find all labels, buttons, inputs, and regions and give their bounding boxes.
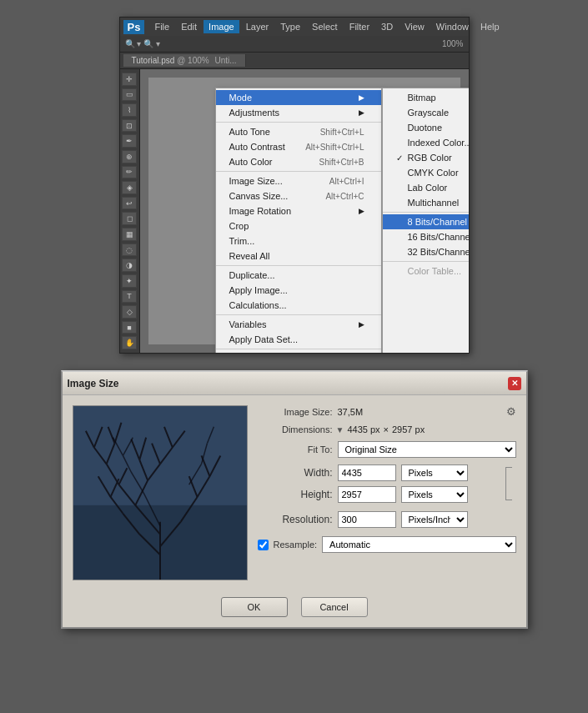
separator-2 bbox=[216, 171, 381, 172]
menu-item-calculations[interactable]: Calculations... bbox=[216, 298, 381, 313]
tool-type[interactable]: T bbox=[122, 290, 137, 304]
submenu-grayscale[interactable]: Grayscale bbox=[383, 105, 469, 120]
image-size-dialog: Image Size ✕ bbox=[61, 370, 528, 629]
menubar: Ps File Edit Image Layer Type Select Fil… bbox=[120, 18, 469, 36]
cancel-button[interactable]: Cancel bbox=[301, 597, 368, 617]
width-row: Width: Pixels bbox=[258, 464, 501, 481]
submenu-duotone[interactable]: Duotone bbox=[383, 120, 469, 135]
tool-move[interactable]: ✛ bbox=[122, 73, 137, 86]
tool-eyedrop[interactable]: ✒ bbox=[122, 134, 137, 148]
menu-item-crop[interactable]: Crop bbox=[216, 218, 381, 233]
dialog-titlebar: Image Size ✕ bbox=[63, 372, 526, 395]
menu-item-applydataset[interactable]: Apply Data Set... bbox=[216, 332, 381, 347]
separator-4 bbox=[216, 314, 381, 315]
image-size-row: Image Size: 37,5M ⚙ bbox=[258, 405, 516, 418]
menu-window[interactable]: Window bbox=[431, 20, 474, 33]
resample-checkbox[interactable] bbox=[258, 540, 269, 550]
submenu-multichannel[interactable]: Multichannel bbox=[383, 195, 469, 210]
height-unit-select[interactable]: Pixels bbox=[401, 486, 468, 503]
menu-view[interactable]: View bbox=[400, 20, 430, 33]
menu-select[interactable]: Select bbox=[307, 20, 343, 33]
resolution-input[interactable] bbox=[338, 511, 396, 528]
dialog-close-button[interactable]: ✕ bbox=[508, 377, 521, 390]
tool-history[interactable]: ↩ bbox=[122, 197, 137, 210]
submenu-8bit[interactable]: 8 Bits/Channel bbox=[383, 214, 469, 229]
link-bracket bbox=[501, 465, 516, 502]
tool-healing[interactable]: ⊕ bbox=[122, 150, 137, 163]
menu-layer[interactable]: Layer bbox=[241, 20, 274, 33]
dialog-content: Image Size: 37,5M ⚙ Dimensions: ▼ 4435 p… bbox=[63, 395, 526, 590]
tool-hand[interactable]: ✋ bbox=[122, 336, 137, 349]
menu-help[interactable]: Help bbox=[475, 20, 505, 33]
submenu-rgb[interactable]: ✓ RGB Color bbox=[383, 150, 469, 165]
width-unit-select[interactable]: Pixels bbox=[401, 464, 468, 481]
separator-1 bbox=[216, 122, 381, 123]
menu-edit[interactable]: Edit bbox=[176, 20, 202, 33]
dimensions-row: Dimensions: ▼ 4435 px × 2957 px bbox=[258, 424, 516, 434]
dimensions-expand-icon[interactable]: ▼ bbox=[336, 425, 344, 434]
menu-item-applyimage[interactable]: Apply Image... bbox=[216, 283, 381, 298]
resolution-unit-select[interactable]: Pixels/Inch bbox=[401, 511, 468, 528]
tool-pen[interactable]: ✦ bbox=[122, 274, 137, 288]
ps-main: ✛ ▭ ⌇ ⊡ ✒ ⊕ ✏ ◈ ↩ ◻ ▦ ◌ ◑ ✦ T ◇ ■ ✋ bbox=[120, 69, 469, 353]
tool-brush[interactable]: ✏ bbox=[122, 166, 137, 179]
menu-item-revealall[interactable]: Reveal All bbox=[216, 249, 381, 264]
tool-stamp[interactable]: ◈ bbox=[122, 181, 137, 194]
tool-eraser[interactable]: ◻ bbox=[122, 212, 137, 225]
fit-to-select[interactable]: Original Size bbox=[338, 441, 516, 458]
tool-path[interactable]: ◇ bbox=[122, 305, 137, 319]
dimensions-width: 4435 px bbox=[347, 424, 379, 434]
menu-item-imagesize[interactable]: Image Size... Alt+Ctrl+I bbox=[216, 173, 381, 188]
width-label: Width: bbox=[258, 467, 333, 479]
separator-3 bbox=[216, 265, 381, 266]
image-size-label: Image Size: bbox=[258, 407, 333, 417]
submenu-16bit[interactable]: 16 Bits/Channel bbox=[383, 229, 469, 244]
tool-shape[interactable]: ■ bbox=[122, 321, 137, 334]
menu-item-imagerotation[interactable]: Image Rotation ▶ bbox=[216, 203, 381, 218]
menu-item-duplicate[interactable]: Duplicate... bbox=[216, 268, 381, 283]
image-menu-popup[interactable]: Mode ▶ Adjustments ▶ Auto Tone Shift+Ctr… bbox=[215, 88, 382, 353]
menu-3d[interactable]: 3D bbox=[376, 20, 398, 33]
menu-item-trap[interactable]: Trap... bbox=[216, 351, 381, 353]
dimensions-height: 2957 px bbox=[392, 424, 425, 434]
menu-item-autocolor[interactable]: Auto Color Shift+Ctrl+B bbox=[216, 154, 381, 169]
ps-logo: Ps bbox=[123, 20, 145, 34]
menu-item-mode[interactable]: Mode ▶ bbox=[216, 90, 381, 105]
tool-blur[interactable]: ◌ bbox=[122, 244, 137, 257]
variables-arrow-icon: ▶ bbox=[359, 320, 364, 329]
toolbar-row: 🔍 ▾ 🔍 ▾ 100% bbox=[120, 36, 469, 53]
submenu-cmyk[interactable]: CMYK Color bbox=[383, 165, 469, 180]
menu-item-adjustments[interactable]: Adjustments ▶ bbox=[216, 105, 381, 120]
tool-select-rect[interactable]: ▭ bbox=[122, 88, 137, 102]
dimensions-label: Dimensions: bbox=[258, 424, 333, 434]
menu-item-trim[interactable]: Trim... bbox=[216, 233, 381, 249]
link-bracket-shape bbox=[505, 467, 512, 500]
menu-file[interactable]: File bbox=[149, 20, 174, 33]
tool-lasso[interactable]: ⌇ bbox=[122, 103, 137, 117]
tabbar: Tutorial.psd @ 100% Unti... bbox=[120, 53, 469, 69]
submenu-indexed[interactable]: Indexed Color... bbox=[383, 135, 469, 150]
menu-filter[interactable]: Filter bbox=[344, 20, 374, 33]
tool-crop[interactable]: ⊡ bbox=[122, 119, 137, 133]
menu-item-autotone[interactable]: Auto Tone Shift+Ctrl+L bbox=[216, 124, 381, 139]
tool-dodge[interactable]: ◑ bbox=[122, 259, 137, 272]
submenu-32bit[interactable]: 32 Bits/Channel bbox=[383, 244, 469, 259]
menu-image[interactable]: Image bbox=[204, 20, 239, 33]
menu-item-autocontrast[interactable]: Auto Contrast Alt+Shift+Ctrl+L bbox=[216, 139, 381, 154]
ok-button[interactable]: OK bbox=[221, 597, 288, 617]
gear-icon[interactable]: ⚙ bbox=[506, 405, 516, 418]
left-toolbar: ✛ ▭ ⌇ ⊡ ✒ ⊕ ✏ ◈ ↩ ◻ ▦ ◌ ◑ ✦ T ◇ ■ ✋ bbox=[120, 69, 140, 353]
menu-type[interactable]: Type bbox=[275, 20, 305, 33]
height-input[interactable] bbox=[338, 486, 396, 503]
rotation-arrow-icon: ▶ bbox=[359, 207, 364, 215]
width-input[interactable] bbox=[338, 464, 396, 481]
menu-item-variables[interactable]: Variables ▶ bbox=[216, 317, 381, 332]
mode-submenu-popup[interactable]: Bitmap Grayscale Duotone Indexed Color..… bbox=[382, 88, 469, 353]
document-tab[interactable]: Tutorial.psd @ 100% Unti... bbox=[123, 54, 246, 67]
toolbar-zoom: 🔍 ▾ 🔍 ▾ bbox=[125, 39, 160, 48]
menu-item-canvassize[interactable]: Canvas Size... Alt+Ctrl+C bbox=[216, 188, 381, 203]
submenu-lab[interactable]: Lab Color bbox=[383, 180, 469, 195]
submenu-bitmap[interactable]: Bitmap bbox=[383, 90, 469, 105]
resample-select[interactable]: Automatic bbox=[322, 536, 515, 553]
tool-gradient[interactable]: ▦ bbox=[122, 228, 137, 241]
